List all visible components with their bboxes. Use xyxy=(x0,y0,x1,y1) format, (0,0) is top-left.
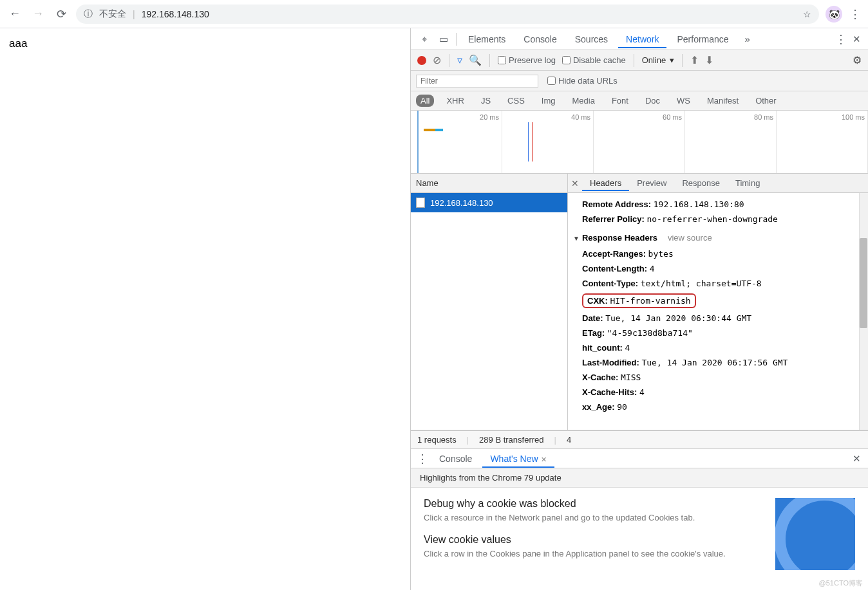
news-item-2-title: View cookie values xyxy=(424,534,764,546)
tab-network[interactable]: Network xyxy=(618,30,666,48)
more-tabs-icon[interactable]: » xyxy=(739,31,756,48)
throttle-select[interactable]: Online▾ xyxy=(642,55,675,65)
response-headers-section[interactable]: ▼Response Headers view source xyxy=(571,226,862,246)
drawer-tab-console[interactable]: Console xyxy=(431,450,480,468)
header-row: X-Cache: MISS xyxy=(571,370,862,385)
view-source-link[interactable]: view source xyxy=(668,233,712,243)
type-manifest[interactable]: Manifest xyxy=(703,95,743,107)
header-row: Content-Type: text/html; charset=UTF-8 xyxy=(571,276,862,291)
header-val: 4 xyxy=(650,264,655,273)
tab-sources[interactable]: Sources xyxy=(567,30,616,48)
profile-avatar[interactable]: 🐼 xyxy=(826,6,842,23)
upload-har-icon[interactable]: ⬆ xyxy=(690,54,699,66)
type-img[interactable]: Img xyxy=(537,95,560,107)
headers-panel[interactable]: Remote Address: 192.168.148.130:80 Refer… xyxy=(568,193,868,430)
search-icon[interactable]: 🔍 xyxy=(469,54,482,66)
subtab-response[interactable]: Response xyxy=(674,175,728,191)
tick-100: 100 ms xyxy=(842,113,865,121)
subtab-preview[interactable]: Preview xyxy=(629,175,674,191)
forward-button[interactable]: → xyxy=(30,6,46,23)
header-key: CXK: xyxy=(587,296,608,306)
type-font[interactable]: Font xyxy=(607,95,633,107)
network-toolbar: ⊘ ▿ 🔍 Preserve log Disable cache Online▾… xyxy=(411,50,868,71)
header-row: Last-Modified: Tue, 14 Jan 2020 06:17:56… xyxy=(571,355,862,370)
reload-button[interactable]: ⟳ xyxy=(53,6,70,23)
network-filter-row: Hide data URLs xyxy=(411,71,868,91)
subtab-timing[interactable]: Timing xyxy=(728,175,768,191)
type-media[interactable]: Media xyxy=(567,95,599,107)
drawer-tab-whatsnew[interactable]: What's New ✕ xyxy=(482,450,554,468)
waterfall-overview[interactable]: 20 ms 40 ms 60 ms 80 ms 100 ms xyxy=(411,111,868,174)
type-xhr[interactable]: XHR xyxy=(442,95,468,107)
header-row: Accept-Ranges: bytes xyxy=(571,246,862,261)
drawer-body: Highlights from the Chrome 79 update Deb… xyxy=(411,468,868,590)
header-val: Tue, 14 Jan 2020 06:30:44 GMT xyxy=(605,313,751,323)
header-val: HIT-from-varnish xyxy=(610,296,690,306)
type-doc[interactable]: Doc xyxy=(641,95,665,107)
column-name-header[interactable]: Name xyxy=(411,174,567,193)
info-icon: ⓘ xyxy=(84,8,93,20)
type-all[interactable]: All xyxy=(416,95,434,107)
filter-icon[interactable]: ▿ xyxy=(457,54,462,66)
record-button[interactable] xyxy=(417,56,426,65)
separator xyxy=(682,54,683,67)
tick-20: 20 ms xyxy=(480,113,499,121)
tab-console[interactable]: Console xyxy=(516,30,564,48)
highlighted-header: CXK: HIT-from-varnish xyxy=(582,293,696,308)
devtools-tabbar: ⌖ ▭ Elements Console Sources Network Per… xyxy=(411,28,868,50)
header-val: 90 xyxy=(617,402,627,412)
request-details: ✕ Headers Preview Response Timing Remote… xyxy=(568,174,868,430)
back-button[interactable]: ← xyxy=(6,6,23,23)
drawer: ⋮ Console What's New ✕ ✕ Highlights from… xyxy=(411,448,868,590)
whatsnew-content[interactable]: Debug why a cookie was blocked Click a r… xyxy=(411,488,868,580)
page-content: aaa xyxy=(0,28,411,590)
remote-address-key: Remote Address: xyxy=(582,199,651,209)
type-filter-row: All XHR JS CSS Img Media Font Doc WS Man… xyxy=(411,91,868,111)
subtab-headers[interactable]: Headers xyxy=(582,175,629,191)
inspect-icon[interactable]: ⌖ xyxy=(416,31,433,48)
scrollbar-thumb[interactable] xyxy=(860,238,867,328)
tab-elements[interactable]: Elements xyxy=(460,30,513,48)
close-details-button[interactable]: ✕ xyxy=(568,178,582,189)
request-row[interactable]: 192.168.148.130 xyxy=(411,193,567,212)
clear-button[interactable]: ⊘ xyxy=(433,54,441,66)
type-ws[interactable]: WS xyxy=(672,95,695,107)
header-val: 4 xyxy=(625,343,630,353)
close-tab-icon[interactable]: ✕ xyxy=(541,456,547,463)
drawer-menu-button[interactable]: ⋮ xyxy=(416,452,429,466)
network-settings-icon[interactable]: ⚙ xyxy=(853,54,862,66)
whatsnew-illustration xyxy=(775,498,855,570)
hide-data-urls-checkbox[interactable]: Hide data URLs xyxy=(547,76,618,86)
referrer-policy-val: no-referrer-when-downgrade xyxy=(646,214,778,224)
header-row: ETag: "4-59c138d8ba714" xyxy=(571,326,862,340)
devtools-close-button[interactable]: ✕ xyxy=(850,33,863,45)
filter-input[interactable] xyxy=(416,75,538,88)
header-row: xx_Age: 90 xyxy=(571,400,862,414)
type-js[interactable]: JS xyxy=(476,95,495,107)
browser-menu-button[interactable]: ⋮ xyxy=(849,7,862,21)
header-val: text/html; charset=UTF-8 xyxy=(641,279,762,288)
star-icon[interactable]: ☆ xyxy=(803,9,811,19)
page-text: aaa xyxy=(9,37,27,50)
news-item-1-text: Click a resource in the Network panel an… xyxy=(424,512,764,524)
header-row: Content-Length: 4 xyxy=(571,261,862,276)
type-other[interactable]: Other xyxy=(751,95,781,107)
waterfall-marker-blue xyxy=(528,122,529,161)
disable-cache-checkbox[interactable]: Disable cache xyxy=(562,55,626,65)
preserve-log-checkbox[interactable]: Preserve log xyxy=(498,55,556,65)
tab-performance[interactable]: Performance xyxy=(669,30,736,48)
separator xyxy=(449,54,449,67)
device-icon[interactable]: ▭ xyxy=(435,31,452,48)
header-key: Content-Type: xyxy=(582,279,638,288)
status-requests: 1 requests xyxy=(417,435,457,445)
type-css[interactable]: CSS xyxy=(503,95,529,107)
request-detail-tabs: ✕ Headers Preview Response Timing xyxy=(568,174,868,193)
header-row: X-Cache-Hits: 4 xyxy=(571,385,862,400)
drawer-close-button[interactable]: ✕ xyxy=(850,453,863,465)
header-val: bytes xyxy=(648,249,674,259)
request-name: 192.168.148.130 xyxy=(430,198,493,208)
omnibox[interactable]: ⓘ 不安全 | 192.168.148.130 ☆ xyxy=(76,5,819,24)
download-har-icon[interactable]: ⬇ xyxy=(705,54,713,66)
headers-scrollbar[interactable] xyxy=(859,193,868,430)
devtools-menu-button[interactable]: ⋮ xyxy=(835,32,847,46)
